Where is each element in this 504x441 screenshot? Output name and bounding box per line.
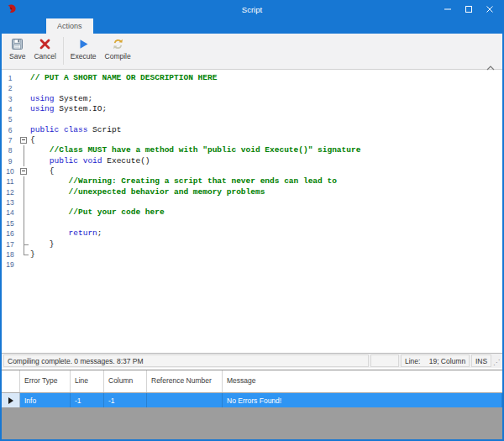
status-spacer-cell [370,354,399,367]
grid-cell-message[interactable]: No Errors Found! [223,393,502,407]
fold-margin [18,104,30,114]
script-window: Script Actions [0,0,504,441]
grid-row[interactable]: Info -1 -1 No Errors Found! [2,393,502,407]
status-bar: Compiling complete. 0 messages. 8:37 PM … [2,353,502,368]
code-line[interactable]: 5 [2,114,502,124]
code-text: } [30,249,35,260]
code-line[interactable]: 19 [2,260,502,270]
code-line[interactable]: 8 //Class MUST have a method with "publi… [2,145,502,155]
grid-cell-line[interactable]: -1 [71,393,104,407]
close-button[interactable] [485,3,495,15]
line-number: 1 [2,73,18,83]
code-line[interactable]: 16 return; [2,228,502,239]
line-number: 2 [2,83,18,93]
status-line-column: Line:19; Column [401,354,470,367]
cancel-label: Cancel [34,52,55,60]
code-text: using System.IO; [30,104,107,114]
status-insert-mode: INS [471,354,491,367]
code-text: public class Script [30,125,121,135]
fold-margin [18,260,30,270]
cancel-icon [39,38,51,50]
line-number: 19 [2,260,18,270]
fold-margin [18,228,30,239]
fold-margin [18,187,30,197]
code-line[interactable]: 2 [2,83,502,93]
fold-margin [18,83,30,93]
code-line[interactable]: 13 [2,197,502,207]
line-number: 14 [2,207,18,218]
fold-margin [18,207,30,218]
fold-margin [18,94,30,104]
line-number: 16 [2,228,18,239]
code-line[interactable]: 12 //unexpected behavior and memory prob… [2,187,502,197]
fold-margin [18,73,30,83]
fold-margin [18,145,30,155]
column-header-line[interactable]: Line [71,370,104,392]
minimize-button[interactable] [443,3,453,15]
fold-margin [18,249,30,260]
current-row-arrow-icon [8,397,13,404]
line-number: 5 [2,114,18,124]
compile-label: Compile [105,52,131,60]
grid-corner-cell [2,370,20,392]
tab-actions[interactable]: Actions [46,18,93,34]
code-text: //Warning: Creating a script that never … [30,176,337,186]
line-number: 6 [2,125,18,135]
code-text: // PUT A SHORT NAME OR DESCRIPTION HERE [30,73,217,83]
column-header-error-type[interactable]: Error Type [20,370,71,392]
titlebar: Script [2,0,502,18]
code-line[interactable]: 11 //Warning: Creating a script that nev… [2,176,502,186]
code-editor[interactable]: 1// PUT A SHORT NAME OR DESCRIPTION HERE… [2,70,502,353]
code-line[interactable]: 14 //Put your code here [2,207,502,218]
line-number: 13 [2,197,18,207]
toolbar-separator [63,37,64,65]
code-line[interactable]: 3using System; [2,94,502,104]
code-line[interactable]: 1// PUT A SHORT NAME OR DESCRIPTION HERE [2,73,502,83]
code-text: { [30,166,55,176]
save-button[interactable]: Save [5,34,29,62]
grid-cell-reference-number[interactable] [147,393,223,407]
fold-margin [18,114,30,124]
code-line[interactable]: 18} [2,249,502,260]
fold-margin [18,176,30,186]
code-text: return; [30,228,102,239]
column-header-column[interactable]: Column [104,370,147,392]
fold-margin [18,156,30,166]
actions-toolbar: Save Cancel Execute [2,34,502,70]
execute-label: Execute [71,52,97,60]
resize-grip-icon[interactable]: ⋰ [493,354,501,367]
code-line[interactable]: 17 } [2,239,502,249]
chevron-up-icon[interactable] [486,60,496,66]
line-number: 17 [2,239,18,249]
line-number: 10 [2,166,18,176]
fold-collapse-icon[interactable] [18,135,30,145]
code-line[interactable]: 9 public void Execute() [2,156,502,166]
cancel-button[interactable]: Cancel [29,34,60,62]
maximize-button[interactable] [464,3,474,15]
row-selector-cell[interactable] [2,393,20,407]
grid-cell-column[interactable]: -1 [104,393,147,407]
line-number: 7 [2,135,18,145]
code-line[interactable]: 6public class Script [2,125,502,135]
code-line[interactable]: 10 { [2,166,502,176]
execute-button[interactable]: Execute [66,34,101,62]
code-text: //unexpected behavior and memory problem… [30,187,265,197]
line-number: 4 [2,104,18,114]
fold-margin [18,218,30,228]
code-line[interactable]: 7{ [2,135,502,145]
code-line[interactable]: 4using System.IO; [2,104,502,114]
grid-cell-error-type[interactable]: Info [20,393,71,407]
grid-empty-area [2,407,502,439]
fold-collapse-icon[interactable] [18,166,30,176]
messages-grid: Error Type Line Column Reference Number … [2,370,502,439]
window-title: Script [2,0,502,18]
code-text: { [30,135,35,145]
line-number: 15 [2,218,18,228]
ribbon-tab-row: Actions [2,18,502,34]
status-line-label: Line: [405,357,420,365]
compile-button[interactable]: Compile [101,34,135,62]
column-header-message[interactable]: Message [223,370,502,392]
column-header-reference-number[interactable]: Reference Number [147,370,223,392]
code-line[interactable]: 15 [2,218,502,228]
line-number: 18 [2,249,18,260]
